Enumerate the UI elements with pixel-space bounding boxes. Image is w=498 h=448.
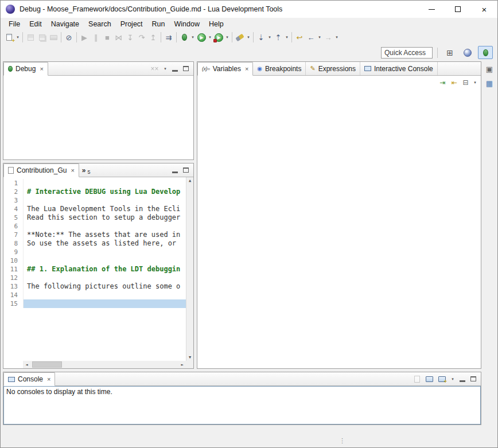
last-edit-location-button[interactable]: ↩: [294, 32, 305, 43]
show-type-names-button[interactable]: ⇤: [449, 78, 459, 88]
close-tab-icon[interactable]: ×: [40, 65, 43, 72]
remove-terminated-button[interactable]: ××: [150, 64, 159, 73]
line-number[interactable]: 7: [3, 231, 23, 239]
tab-interactive-console[interactable]: Interactive Console: [360, 62, 438, 75]
menu-navigate[interactable]: Navigate: [46, 19, 84, 29]
menu-run[interactable]: Run: [147, 19, 170, 29]
tab-contribution-guide[interactable]: Contribution_Gu ×: [3, 163, 79, 177]
quick-access-input[interactable]: [381, 47, 433, 59]
run-button[interactable]: ▶: [196, 32, 207, 43]
tab-breakpoints[interactable]: ◉Breakpoints: [253, 62, 306, 75]
forward-button[interactable]: →: [322, 32, 334, 43]
minimize-view-button[interactable]: [171, 165, 179, 176]
terminate-button[interactable]: ■: [102, 32, 113, 43]
line-number[interactable]: 4: [3, 205, 23, 213]
run-alt-dropdown[interactable]: ▾: [224, 32, 230, 43]
tab-debug[interactable]: Debug ×: [3, 62, 48, 76]
menu-edit[interactable]: Edit: [25, 19, 46, 29]
skip-all-breakpoints-button[interactable]: ⊘: [63, 32, 75, 43]
run-dropdown[interactable]: ▾: [207, 32, 213, 43]
line-number[interactable]: 13: [3, 282, 23, 291]
line-text[interactable]: [23, 256, 186, 265]
scroll-up-arrow[interactable]: ▲: [189, 178, 191, 183]
maximize-view-button[interactable]: [182, 64, 190, 74]
window-maximize-button[interactable]: [445, 1, 471, 18]
tab-variables[interactable]: (x)=Variables×: [197, 62, 253, 76]
scrollbar-thumb[interactable]: [32, 361, 62, 368]
line-text[interactable]: [23, 248, 186, 256]
debug-button[interactable]: [178, 32, 190, 43]
line-text[interactable]: [23, 222, 186, 231]
sash-drag-handle[interactable]: ⋮: [339, 437, 345, 445]
line-number[interactable]: 2: [3, 188, 23, 196]
line-number[interactable]: 8: [3, 239, 23, 248]
resume-button[interactable]: ▶: [79, 32, 90, 43]
open-console-button[interactable]: +: [437, 374, 447, 384]
back-dropdown[interactable]: ▾: [317, 32, 322, 43]
next-annotation-dropdown[interactable]: ▾: [267, 32, 273, 43]
open-perspective-button[interactable]: ⊞: [442, 46, 457, 59]
horizontal-scrollbar[interactable]: [30, 361, 178, 368]
close-tab-icon[interactable]: ×: [245, 65, 248, 72]
scroll-down-arrow[interactable]: ▼: [189, 355, 191, 360]
line-text[interactable]: [23, 179, 186, 188]
line-number[interactable]: 3: [3, 196, 23, 205]
use-step-filters-button[interactable]: ⇉: [163, 32, 174, 43]
tab-expressions[interactable]: ✎Expressions: [306, 62, 360, 75]
restore-view-icon[interactable]: ▣: [486, 65, 493, 73]
vertical-scrollbar[interactable]: ▲ ▼: [186, 177, 193, 361]
lua-perspective-button[interactable]: [460, 46, 475, 59]
show-logical-structure-button[interactable]: ⇥: [438, 78, 448, 88]
line-text[interactable]: So use the assets as listed here, or: [23, 239, 186, 248]
disconnect-button[interactable]: ⋈: [113, 32, 124, 43]
line-number[interactable]: 11: [3, 265, 23, 274]
line-text[interactable]: [23, 196, 186, 205]
new-wizard-button[interactable]: +: [3, 32, 15, 43]
back-button[interactable]: ←: [305, 32, 317, 43]
collapse-all-button[interactable]: ⊟: [461, 78, 470, 88]
step-over-button[interactable]: ↷: [136, 32, 147, 43]
open-console-dropdown[interactable]: ▾: [450, 373, 456, 385]
debug-perspective-button[interactable]: [478, 46, 493, 59]
next-annotation-button[interactable]: ⇣: [255, 32, 267, 43]
scroll-right-arrow[interactable]: ►: [178, 361, 186, 368]
minimize-view-button[interactable]: [458, 374, 466, 384]
line-text[interactable]: **Note:** The assets that are used in: [23, 231, 186, 239]
variables-view-menu-button[interactable]: ▾: [472, 77, 478, 88]
line-text[interactable]: [23, 274, 186, 282]
search-dropdown[interactable]: ▾: [246, 32, 251, 43]
line-text[interactable]: ## 1. Explanation of the LDT debuggin: [23, 265, 186, 274]
forward-dropdown[interactable]: ▾: [334, 32, 340, 43]
line-text[interactable]: [23, 299, 186, 308]
tab-console[interactable]: Console ×: [3, 372, 55, 386]
menu-file[interactable]: File: [4, 19, 25, 29]
line-number[interactable]: 10: [3, 256, 23, 265]
suspend-button[interactable]: ∥: [90, 32, 102, 43]
window-close-button[interactable]: ×: [471, 1, 497, 18]
clear-console-button[interactable]: [412, 374, 422, 384]
debug-view-menu-button[interactable]: ▾: [162, 63, 168, 75]
scroll-left-arrow[interactable]: ◄: [23, 361, 30, 368]
line-number[interactable]: 5: [3, 213, 23, 222]
line-text[interactable]: The Lua Development Tools in the Ecli: [23, 205, 186, 213]
line-number[interactable]: 15: [3, 299, 23, 308]
line-number[interactable]: 12: [3, 274, 23, 282]
line-number[interactable]: 9: [3, 248, 23, 256]
display-selected-console-button[interactable]: [425, 374, 434, 384]
line-text[interactable]: Read this section to setup a debugger: [23, 213, 186, 222]
editor-overflow-tab[interactable]: »5: [79, 163, 94, 177]
maximize-view-button[interactable]: [182, 165, 190, 176]
new-wizard-dropdown[interactable]: ▾: [15, 32, 21, 43]
line-number[interactable]: 14: [3, 291, 23, 299]
line-number[interactable]: 1: [3, 179, 23, 188]
maximize-view-button[interactable]: [469, 374, 477, 384]
previous-annotation-dropdown[interactable]: ▾: [284, 32, 290, 43]
previous-annotation-button[interactable]: ⇡: [273, 32, 284, 43]
window-minimize-button[interactable]: [418, 1, 445, 18]
line-number[interactable]: 6: [3, 222, 23, 231]
close-tab-icon[interactable]: ×: [47, 376, 50, 383]
step-into-button[interactable]: ↧: [124, 32, 136, 43]
step-return-button[interactable]: ↥: [147, 32, 159, 43]
line-text[interactable]: The following pictures outline some o: [23, 282, 186, 291]
menu-search[interactable]: Search: [84, 19, 116, 29]
